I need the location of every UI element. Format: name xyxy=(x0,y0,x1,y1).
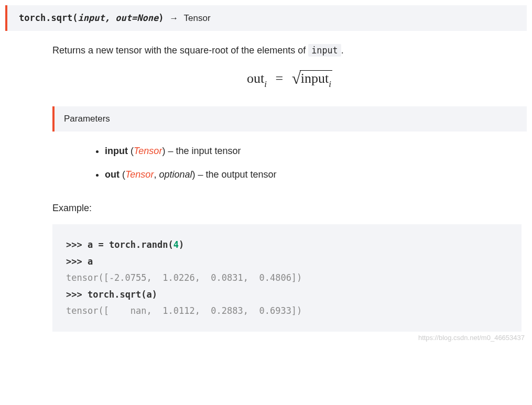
example-code-block: >>> a = torch.randn(4) >>> a tensor([-2.… xyxy=(52,224,522,332)
content-body: Returns a new tensor with the square-roo… xyxy=(52,43,527,332)
paren-close: ) xyxy=(162,146,165,156)
code-fn: sqrt(a) xyxy=(120,289,157,300)
code-fn: randn( xyxy=(141,239,173,250)
param-desc: the input tensor xyxy=(176,146,241,156)
sig-return-type: Tensor xyxy=(184,13,211,23)
sig-open-paren: ( xyxy=(72,13,78,23)
tensor-type-link[interactable]: Tensor xyxy=(125,169,154,180)
desc-inline-code: input xyxy=(308,44,341,57)
code-dot: . xyxy=(136,239,141,250)
code-text: torch xyxy=(104,239,136,250)
prompt: >>> xyxy=(66,239,88,250)
sig-sep: , xyxy=(105,13,115,23)
sig-arg-input: input xyxy=(78,13,105,23)
function-signature: torch.sqrt(input, out=None) → Tensor xyxy=(5,5,527,31)
code-text: torch xyxy=(88,289,114,300)
dash: – xyxy=(198,169,205,180)
paren-close: ) xyxy=(192,169,195,180)
tensor-type-link[interactable]: Tensor xyxy=(134,146,162,156)
param-item-input: input (Tensor) – the input tensor xyxy=(105,144,527,158)
parameters-heading: Parameters xyxy=(64,114,110,124)
prompt: >>> xyxy=(66,289,88,300)
formula-lhs: out xyxy=(247,71,264,86)
code-line: >>> a = torch.randn(4) xyxy=(66,239,184,250)
watermark-text: https://blog.csdn.net/m0_46653437 xyxy=(0,334,525,342)
formula-sqrt: √inputi xyxy=(292,69,332,89)
type-sep: , xyxy=(154,169,159,180)
sig-close-paren: ) xyxy=(158,13,164,23)
desc-pre: Returns a new tensor with the square-roo… xyxy=(52,45,308,56)
math-formula: outi = √inputi xyxy=(52,69,527,89)
param-name: out xyxy=(105,169,120,180)
code-line: >>> torch.sqrt(a) xyxy=(66,289,157,300)
formula-radicand: inputi xyxy=(300,70,332,89)
code-close: ) xyxy=(179,239,184,250)
parameters-list: input (Tensor) – the input tensor out (T… xyxy=(105,144,527,182)
formula-rhs: input xyxy=(301,71,329,86)
formula-eq: = xyxy=(275,71,283,86)
formula-lhs-sub: i xyxy=(264,79,267,89)
sig-fn-name: torch.sqrt xyxy=(19,13,72,23)
optional-label: optional xyxy=(159,169,192,180)
param-name: input xyxy=(105,146,128,156)
formula-rhs-sub: i xyxy=(329,79,331,89)
code-line: >>> a xyxy=(66,256,93,267)
code-line-output: tensor([ nan, 1.0112, 0.2883, 0.6933]) xyxy=(66,305,302,316)
parameters-heading-block: Parameters xyxy=(52,106,527,132)
param-item-out: out (Tensor, optional) – the output tens… xyxy=(105,168,527,182)
code-text: a xyxy=(88,256,93,267)
dash: – xyxy=(168,146,176,156)
sig-arg-out: out=None xyxy=(115,13,158,23)
doc-page: torch.sqrt(input, out=None) → Tensor Ret… xyxy=(0,5,532,357)
code-dot: . xyxy=(114,289,120,300)
code-num: 4 xyxy=(173,239,179,250)
code-op: = xyxy=(98,239,103,250)
param-desc: the output tensor xyxy=(205,169,276,180)
code-line-output: tensor([-2.0755, 1.0226, 0.0831, 0.4806]… xyxy=(66,272,302,283)
prompt: >>> xyxy=(66,256,88,267)
desc-post: . xyxy=(341,45,344,56)
sig-arrow: → xyxy=(169,13,178,23)
example-label: Example: xyxy=(52,203,527,214)
code-text: a xyxy=(88,239,98,250)
description: Returns a new tensor with the square-roo… xyxy=(52,43,527,58)
